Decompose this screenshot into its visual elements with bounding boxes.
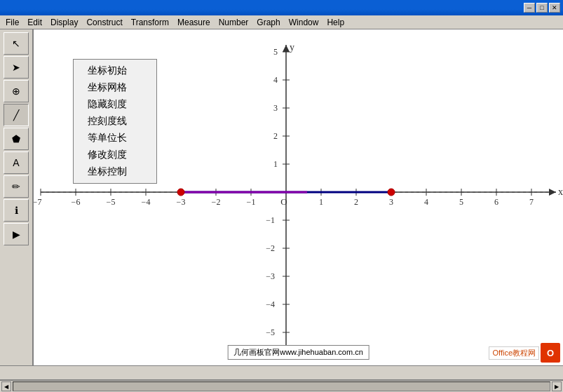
maximize-button[interactable]: □ [536,3,548,13]
main-area: ↖➤⊕╱⬟A✏ℹ▶ 坐标初始坐标网格隐藏刻度控刻度线等单位长修改刻度坐标控制 [0,29,563,365]
office-icon: O [541,343,560,363]
menu-item-number[interactable]: Number [215,16,253,29]
line-tool[interactable]: ╱ [4,104,29,126]
ctx-item-coord-grid[interactable]: 坐标网格 [74,79,156,96]
svg-text:6: 6 [494,197,498,207]
menu-item-window[interactable]: Window [285,16,323,29]
menu-item-help[interactable]: Help [323,16,348,29]
text-tool[interactable]: A [4,151,29,174]
svg-text:2: 2 [354,197,358,207]
svg-text:−2: −2 [212,197,221,207]
menu-item-display[interactable]: Display [46,16,82,29]
menu-item-file[interactable]: File [1,16,23,29]
menu-item-transform[interactable]: Transform [127,16,173,29]
ctx-item-hide-scale[interactable]: 隐藏刻度 [74,96,156,113]
statusbar [0,365,563,379]
svg-text:y: y [290,42,294,53]
svg-text:−1: −1 [247,197,256,207]
svg-text:4: 4 [424,197,428,207]
svg-text:5: 5 [273,47,278,57]
info-tool[interactable]: ℹ [4,199,29,222]
svg-text:3: 3 [389,197,393,207]
ctx-item-equal-unit[interactable]: 等单位长 [74,130,156,147]
svg-text:O: O [280,196,287,207]
minimize-button[interactable]: ─ [524,3,535,13]
svg-text:−7: −7 [34,197,41,207]
menu-item-graph[interactable]: Graph [252,16,284,29]
ctx-item-ctrl-scale[interactable]: 控刻度线 [74,113,156,130]
svg-text:7: 7 [529,197,534,207]
office-website-label: Office教程网 [489,346,539,360]
titlebar: ─ □ ✕ [0,0,563,15]
polygon-tool[interactable]: ⬟ [4,128,29,150]
menu-item-construct[interactable]: Construct [82,16,126,29]
svg-text:−1: −1 [266,215,275,225]
canvas-area[interactable]: 坐标初始坐标网格隐藏刻度控刻度线等单位长修改刻度坐标控制 y x [34,29,563,365]
menubar: FileEditDisplayConstructTransformMeasure… [0,15,563,29]
horizontal-scrollbar[interactable]: ◀ ▶ [0,379,563,392]
svg-text:x: x [558,187,563,197]
scrollbar-track[interactable] [13,381,550,391]
move-tool[interactable]: ➤ [4,56,29,79]
svg-text:1: 1 [273,159,278,169]
svg-text:5: 5 [459,197,463,207]
svg-text:−5: −5 [266,327,275,337]
menu-item-measure[interactable]: Measure [173,16,215,29]
menu-item-edit[interactable]: Edit [23,16,46,29]
svg-text:2: 2 [273,131,278,141]
ctx-item-coord-init[interactable]: 坐标初始 [74,62,156,79]
svg-text:−4: −4 [266,299,275,309]
svg-text:−6: −6 [72,197,81,207]
context-menu: 坐标初始坐标网格隐藏刻度控刻度线等单位长修改刻度坐标控制 [73,59,157,184]
watermark-bottom-right: Office教程网 O [489,343,560,363]
ctx-item-edit-scale[interactable]: 修改刻度 [74,147,156,163]
selection-tool[interactable]: ↖ [4,32,29,55]
svg-text:1: 1 [319,197,323,207]
svg-text:−3: −3 [266,271,275,281]
more-tool[interactable]: ▶ [4,223,29,245]
pencil-tool[interactable]: ✏ [4,175,29,198]
svg-text:−2: −2 [266,243,275,253]
svg-text:−4: −4 [142,197,151,207]
watermark-bottom-center: 几何画板官网www.jihehuaban.com.cn [227,345,369,360]
svg-text:−3: −3 [177,197,186,207]
toolbar: ↖➤⊕╱⬟A✏ℹ▶ [0,29,34,365]
ctx-item-coord-ctrl[interactable]: 坐标控制 [74,163,156,180]
svg-text:4: 4 [273,75,278,85]
scroll-right-button[interactable]: ▶ [552,381,562,391]
svg-text:−5: −5 [107,197,116,207]
point-tool[interactable]: ⊕ [4,80,29,102]
svg-text:3: 3 [273,103,278,113]
scroll-left-button[interactable]: ◀ [1,381,11,391]
titlebar-controls: ─ □ ✕ [524,3,560,13]
svg-point-59 [177,189,184,196]
close-button[interactable]: ✕ [549,3,560,13]
svg-point-60 [388,189,395,196]
